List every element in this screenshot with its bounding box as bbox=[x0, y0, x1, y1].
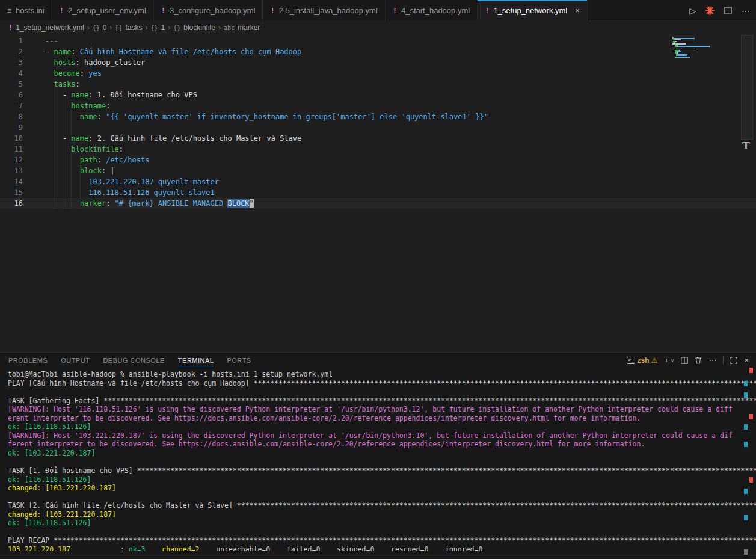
tab-label: 2_setup_user_env.yml bbox=[68, 6, 146, 15]
code-line-4[interactable]: 4 become: yes bbox=[0, 68, 756, 79]
code-line-16[interactable]: 16 marker: "# {mark} ANSIBLE MANAGED BLO… bbox=[0, 198, 756, 209]
code-line-8[interactable]: 8 name: "{{ 'quyenlt-master' if inventor… bbox=[0, 111, 756, 122]
terminal-line: TASK [Gathering Facts] *****************… bbox=[8, 397, 756, 406]
tab-3_configure_hadoop.yml[interactable]: !3_configure_hadoop.yml bbox=[154, 0, 263, 21]
terminal-line: ok: [116.118.51.126] bbox=[8, 475, 756, 484]
breadcrumb-item-marker[interactable]: abcmarker bbox=[224, 23, 260, 32]
code-line-text: path: /etc/hosts bbox=[45, 155, 149, 165]
chevron-down-icon: ∨ bbox=[671, 357, 675, 363]
scrollbar-letter-decoration: T bbox=[742, 140, 750, 152]
code-line-text: --- bbox=[45, 36, 58, 46]
tab-label: hosts.ini bbox=[16, 6, 45, 15]
code-line-10[interactable]: 10 - name: 2. Cấu hình file /etc/hosts c… bbox=[0, 133, 756, 144]
code-line-14[interactable]: 14 103.221.220.187 quyenlt-master bbox=[0, 176, 756, 187]
indent-guide bbox=[54, 57, 54, 209]
abc-icon: abc bbox=[224, 25, 235, 31]
code-line-text: - name: 2. Cấu hình file /etc/hosts cho … bbox=[45, 133, 301, 144]
object-icon: {} bbox=[93, 25, 100, 31]
code-line-6[interactable]: 6 - name: 1. Đổi hostname cho VPS bbox=[0, 90, 756, 100]
line-number: 16 bbox=[0, 198, 23, 209]
line-number: 4 bbox=[0, 68, 23, 79]
breadcrumb: !1_setup_network.yml›{}0›[]tasks›{}1›{}b… bbox=[0, 21, 756, 34]
status-bar: 4:000000005750defaultsNORMAL Ln 16, Col … bbox=[0, 555, 756, 559]
tab-4_start_hadoop.yml[interactable]: !4_start_hadoop.yml bbox=[386, 0, 478, 21]
vscode-window: ≡hosts.ini!2_setup_user_env.yml!3_config… bbox=[0, 0, 756, 559]
breadcrumb-item-tasks[interactable]: []tasks bbox=[115, 23, 142, 32]
editor-pane[interactable]: 1---2- name: Cấu hình Hostname và file /… bbox=[0, 34, 756, 352]
panel-tab-problems[interactable]: PROBLEMS bbox=[8, 354, 48, 366]
panel-header: PROBLEMSOUTPUTDEBUG CONSOLETERMINALPORTS… bbox=[0, 353, 756, 368]
minimap-slider[interactable] bbox=[741, 35, 753, 140]
code-line-text: - name: Cấu hình Hostname và file /etc/h… bbox=[45, 46, 301, 57]
panel-tab-output[interactable]: OUTPUT bbox=[61, 354, 90, 366]
code-line-2[interactable]: 2- name: Cấu hình Hostname và file /etc/… bbox=[0, 46, 756, 57]
ansible-burst-icon[interactable] bbox=[705, 6, 715, 15]
line-number: 8 bbox=[0, 111, 23, 122]
terminal-line: PLAY [Cấu hình Hostname và file /etc/hos… bbox=[8, 379, 756, 388]
indent-guide bbox=[71, 100, 72, 209]
more-actions-icon[interactable]: ⋯ bbox=[742, 6, 750, 16]
trash-icon bbox=[695, 356, 702, 364]
panel-more-actions-icon[interactable]: ⋯ bbox=[708, 356, 716, 365]
panel-tab-debug-console[interactable]: DEBUG CONSOLE bbox=[103, 354, 164, 366]
split-editor-icon[interactable] bbox=[724, 7, 732, 14]
tab-label: 4_start_hadoop.yml bbox=[401, 6, 470, 15]
split-terminal-glyph bbox=[681, 357, 688, 364]
minimap-line bbox=[672, 57, 739, 58]
kill-terminal-button[interactable] bbox=[695, 356, 702, 364]
code-line-7[interactable]: 7 hostname: bbox=[0, 100, 756, 111]
code-line-5[interactable]: 5 tasks: bbox=[0, 79, 756, 90]
code-line-9[interactable]: 9 bbox=[0, 122, 756, 133]
terminal-output[interactable]: tobi@MacTobi asible-hadoop % ansible-pla… bbox=[0, 368, 756, 551]
terminal-overview-mark bbox=[744, 392, 748, 398]
line-number: 2 bbox=[0, 46, 23, 57]
split-glyph bbox=[724, 7, 732, 14]
terminal-line bbox=[8, 493, 756, 502]
terminal-line: TASK [2. Cấu hình file /etc/hosts cho Ma… bbox=[8, 501, 756, 510]
split-terminal-button[interactable] bbox=[681, 357, 688, 364]
panel-tab-terminal[interactable]: TERMINAL bbox=[178, 354, 214, 366]
terminal-overview-mark bbox=[744, 489, 748, 494]
code-line-11[interactable]: 11 blockinfile: bbox=[0, 144, 756, 155]
breadcrumb-item-blockinfile[interactable]: {}blockinfile bbox=[173, 23, 215, 32]
code-line-text: hostname: bbox=[45, 100, 110, 111]
minimap[interactable] bbox=[672, 37, 739, 58]
code-line-text: tasks: bbox=[45, 79, 80, 90]
terminal-shell-item[interactable]: >_ zsh ⚠ bbox=[627, 356, 657, 365]
close-panel-button[interactable]: × bbox=[744, 356, 749, 365]
breadcrumb-label: 0 bbox=[103, 23, 107, 32]
maximize-panel-button[interactable] bbox=[730, 357, 737, 364]
line-number: 1 bbox=[0, 36, 23, 46]
run-icon[interactable]: ▷ bbox=[689, 6, 696, 16]
terminal-line: 103.221.220.187 : ok=3 changed=2 unreach… bbox=[8, 545, 756, 551]
terminal-line: changed: [103.221.220.187] bbox=[8, 510, 756, 519]
code-line-text: name: "{{ 'quyenlt-master' if inventory_… bbox=[45, 111, 488, 122]
breadcrumb-separator: › bbox=[87, 23, 90, 32]
code-line-13[interactable]: 13 block: | bbox=[0, 165, 756, 176]
panel-tab-ports[interactable]: PORTS bbox=[227, 354, 251, 366]
tab-1_setup_network.yml[interactable]: !1_setup_network.yml× bbox=[478, 0, 588, 21]
code-line-1[interactable]: 1--- bbox=[0, 36, 756, 46]
code-line-12[interactable]: 12 path: /etc/hosts bbox=[0, 155, 756, 165]
line-number: 7 bbox=[0, 100, 23, 111]
close-icon[interactable]: × bbox=[575, 6, 580, 15]
line-number: 11 bbox=[0, 144, 23, 155]
editor-tab-bar: ≡hosts.ini!2_setup_user_env.yml!3_config… bbox=[0, 0, 756, 21]
new-terminal-button[interactable]: +∨ bbox=[664, 356, 674, 365]
maximize-glyph bbox=[730, 357, 737, 364]
tab-hosts.ini[interactable]: ≡hosts.ini bbox=[0, 0, 52, 21]
line-number: 12 bbox=[0, 155, 23, 165]
terminal-line: PLAY RECAP *****************************… bbox=[8, 536, 756, 545]
code-line-15[interactable]: 15 116.118.51.126 quyenlt-slave1 bbox=[0, 187, 756, 198]
breadcrumb-item-1_setup_network.yml[interactable]: !1_setup_network.yml bbox=[8, 23, 84, 32]
code-line-3[interactable]: 3 hosts: hadoop_cluster bbox=[0, 57, 756, 68]
line-number: 14 bbox=[0, 176, 23, 187]
terminal-line bbox=[8, 457, 756, 466]
terminal-line: ok: [116.118.51.126] bbox=[8, 519, 756, 528]
breadcrumb-label: 1_setup_network.yml bbox=[16, 23, 84, 32]
terminal-overview-mark bbox=[744, 424, 748, 430]
breadcrumb-item-0[interactable]: {}0 bbox=[93, 23, 107, 32]
breadcrumb-item-1[interactable]: {}1 bbox=[150, 23, 165, 32]
tab-2.5_install_java_hadoop.yml[interactable]: !2.5_install_java_hadoop.yml bbox=[263, 0, 385, 21]
tab-2_setup_user_env.yml[interactable]: !2_setup_user_env.yml bbox=[52, 0, 154, 21]
